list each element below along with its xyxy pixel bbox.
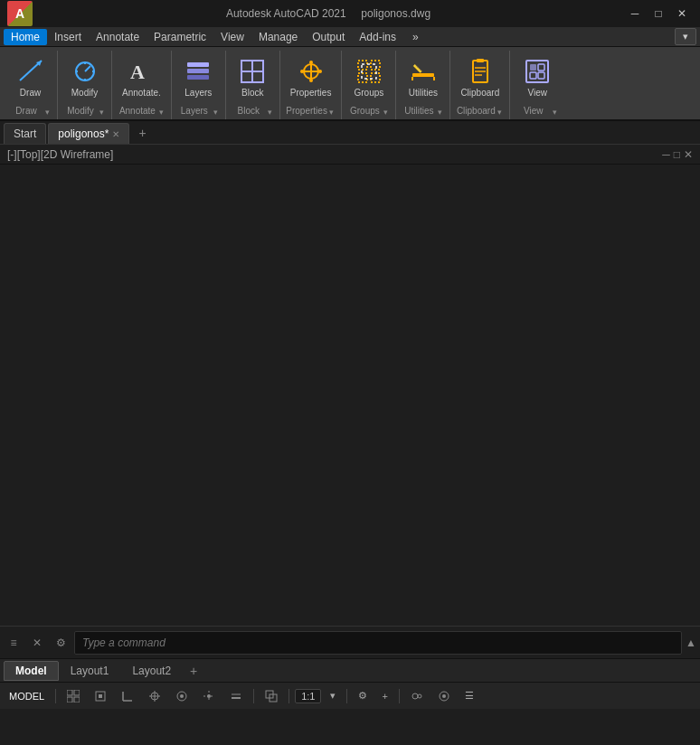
status-workspace-btn[interactable] xyxy=(432,688,456,704)
menu-overflow[interactable]: » xyxy=(407,29,424,45)
cmd-dropdown-icon[interactable]: ▲ xyxy=(686,637,696,649)
viewport-label-text[interactable]: [-][Top][2D Wireframe] xyxy=(7,148,113,161)
drawing-area[interactable]: [-][Top][2D Wireframe] ─ □ ✕ Y X N W xyxy=(0,145,700,626)
svg-rect-33 xyxy=(477,59,484,62)
maximize-button[interactable]: □ xyxy=(648,5,669,23)
svg-rect-14 xyxy=(241,71,252,82)
command-input[interactable] xyxy=(82,637,674,649)
layout-tab-layout2[interactable]: Layout2 xyxy=(120,661,183,681)
menu-item-home[interactable]: Home xyxy=(4,29,47,45)
menu-item-output[interactable]: Output xyxy=(305,29,352,45)
ribbon-btn-block[interactable]: Block xyxy=(232,54,272,100)
ribbon-btn-view[interactable]: View xyxy=(517,54,557,100)
workspace-btn[interactable]: ▾ xyxy=(675,28,696,45)
status-sep-1 xyxy=(55,689,56,703)
tab-start[interactable]: Start xyxy=(4,123,46,144)
menu-item-insert[interactable]: Insert xyxy=(47,29,89,45)
layout-tab-layout1[interactable]: Layout1 xyxy=(59,661,121,681)
svg-rect-23 xyxy=(358,61,367,70)
block-expand[interactable]: ▾ xyxy=(266,108,274,117)
ribbon-group-block: Block Block ▾ xyxy=(226,51,280,119)
status-settings-btn[interactable]: ⚙ xyxy=(353,688,373,703)
svg-rect-45 xyxy=(74,697,80,703)
view-expand[interactable]: ▾ xyxy=(551,108,559,117)
status-polar-btn[interactable] xyxy=(143,688,166,704)
clipboard-expand[interactable]: ▾ xyxy=(496,108,504,117)
minimize-button[interactable]: ─ xyxy=(624,5,646,23)
ribbon-content: Draw Draw ▾ xyxy=(0,47,700,119)
annotate-expand[interactable]: ▾ xyxy=(157,108,166,117)
ribbon-btn-utilities[interactable]: 📏 Utilities xyxy=(403,54,443,100)
tab-close-icon[interactable]: ✕ xyxy=(112,129,119,139)
menu-item-view[interactable]: View xyxy=(213,29,251,45)
cmd-toggle-icon[interactable]: ≡ xyxy=(4,633,24,653)
utilities-group-label: Utilities xyxy=(402,104,436,119)
svg-rect-42 xyxy=(67,690,72,695)
ribbon-group-groups: Groups Groups ▾ xyxy=(342,51,396,119)
svg-point-62 xyxy=(412,693,418,699)
properties-icon xyxy=(297,57,326,86)
ribbon-btn-annotate[interactable]: A Annotate. xyxy=(118,54,166,100)
menu-item-parametric[interactable]: Parametric xyxy=(147,29,213,45)
layout-tab-model[interactable]: Model xyxy=(4,661,59,681)
vp-maximize-icon[interactable]: □ xyxy=(674,148,680,161)
svg-line-7 xyxy=(85,66,90,71)
close-button[interactable]: ✕ xyxy=(671,5,693,23)
ribbon-group-layers: Layers Layers ▾ xyxy=(172,51,226,119)
cmd-input-wrapper[interactable] xyxy=(74,631,682,655)
status-sep-3 xyxy=(289,689,289,703)
layout-tab-add[interactable]: + xyxy=(183,661,204,681)
utilities-icon: 📏 xyxy=(409,57,438,86)
ribbon-btn-properties[interactable]: Properties xyxy=(286,54,336,100)
cmd-clear-icon[interactable]: ✕ xyxy=(27,633,47,653)
status-model-btn[interactable]: MODEL xyxy=(4,689,50,703)
ribbon-btn-clipboard[interactable]: Clipboard xyxy=(456,54,504,100)
status-scale-btn[interactable]: 1:1 xyxy=(295,689,321,703)
status-sep-4 xyxy=(346,689,347,703)
draw-expand[interactable]: ▾ xyxy=(43,108,52,117)
modify-icon xyxy=(71,57,99,86)
status-otrack-btn[interactable] xyxy=(197,688,221,704)
menu-item-manage[interactable]: Manage xyxy=(251,29,305,45)
ribbon-btn-layers[interactable]: Layers xyxy=(178,54,218,100)
layout-tabs: Model Layout1 Layout2 + xyxy=(0,658,700,682)
utilities-expand[interactable]: ▾ xyxy=(436,108,444,117)
svg-rect-11 xyxy=(187,75,209,80)
svg-rect-25 xyxy=(358,73,367,82)
svg-point-22 xyxy=(300,70,304,73)
tab-add-button[interactable]: + xyxy=(131,122,153,144)
menu-item-annotate[interactable]: Annotate xyxy=(89,29,147,45)
svg-rect-10 xyxy=(187,69,209,73)
svg-point-63 xyxy=(418,694,421,698)
groups-expand[interactable]: ▾ xyxy=(382,108,390,117)
modify-expand[interactable]: ▾ xyxy=(98,108,106,117)
cmd-settings-icon[interactable]: ⚙ xyxy=(51,633,71,653)
snap-icon xyxy=(94,690,107,703)
ribbon-btn-draw[interactable]: Draw xyxy=(11,54,51,100)
status-plus-btn[interactable]: + xyxy=(376,689,393,703)
menu-item-addins[interactable]: Add-ins xyxy=(352,29,403,45)
vp-minimize-icon[interactable]: ─ xyxy=(662,148,670,161)
status-osnap-btn[interactable] xyxy=(170,688,194,704)
vp-close-icon[interactable]: ✕ xyxy=(684,148,693,161)
status-lwt-btn[interactable] xyxy=(224,688,248,704)
svg-rect-9 xyxy=(187,62,209,67)
properties-expand[interactable]: ▾ xyxy=(327,108,336,117)
app-logo: A xyxy=(7,1,33,26)
tab-poligonos[interactable]: poligonos* ✕ xyxy=(48,123,129,144)
status-ortho-btn[interactable] xyxy=(116,688,139,704)
status-transparency-btn[interactable] xyxy=(260,688,283,704)
status-grid-btn[interactable] xyxy=(61,688,85,704)
utilities-label: Utilities xyxy=(409,88,438,98)
ribbon-btn-modify[interactable]: Modify xyxy=(65,54,105,100)
layers-expand[interactable]: ▾ xyxy=(212,108,220,117)
view-label: View xyxy=(527,88,547,98)
ribbon-btn-groups[interactable]: Groups xyxy=(349,54,389,100)
groups-icon xyxy=(355,57,383,86)
status-isolate-btn[interactable] xyxy=(405,688,429,704)
svg-text:📏: 📏 xyxy=(412,63,423,74)
status-menu-btn[interactable]: ☰ xyxy=(459,688,479,703)
status-scale-dropdown[interactable]: ▾ xyxy=(325,688,341,703)
status-snap-btn[interactable] xyxy=(89,688,112,704)
title-bar: A Autodesk AutoCAD 2021 poligonos.dwg ─ … xyxy=(0,0,700,27)
